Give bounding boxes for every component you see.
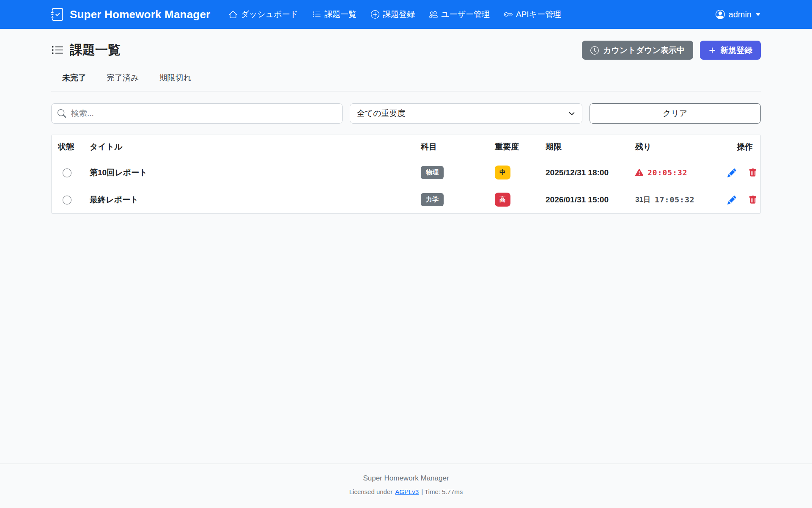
users-icon [429, 10, 438, 19]
warning-icon [635, 168, 643, 177]
importance-badge: 中 [495, 166, 510, 179]
search-icon [58, 109, 66, 118]
clock-icon [590, 46, 599, 55]
header-title: タイトル [85, 135, 416, 159]
person-circle-icon [716, 10, 725, 19]
task-table: 状態 タイトル 科目 重要度 期限 残り 操作 第10回レポート 物理 中 [51, 135, 761, 214]
subject-badge: 物理 [421, 166, 444, 179]
top-navbar: Super Homework Manager ダッシュボード 課題一覧 [0, 0, 812, 29]
list-icon [313, 10, 321, 19]
edit-icon[interactable] [727, 168, 736, 177]
caret-down-icon [755, 12, 761, 17]
edit-icon[interactable] [727, 196, 736, 204]
nav-item-label: 課題登録 [383, 9, 415, 20]
brand[interactable]: Super Homework Manager [51, 8, 210, 21]
page-title-text: 課題一覧 [70, 41, 121, 59]
header-actions: 操作 [722, 135, 760, 159]
brand-title: Super Homework Manager [70, 8, 210, 21]
nav-item-api-keys[interactable]: APIキー管理 [504, 9, 561, 20]
countdown-toggle-button[interactable]: カウントダウン表示中 [582, 41, 693, 60]
nav-item-dashboard[interactable]: ダッシュボード [229, 9, 298, 20]
delete-icon[interactable] [749, 168, 757, 177]
new-task-button[interactable]: 新規登録 [700, 41, 761, 60]
plus-icon [708, 47, 716, 54]
tab-completed[interactable]: 完了済み [107, 72, 139, 83]
footer-time: | Time: 5.77ms [421, 488, 463, 495]
nav-item-task-list[interactable]: 課題一覧 [313, 9, 357, 20]
remaining-time: 20:05:32 [647, 168, 688, 177]
delete-icon[interactable] [749, 196, 757, 204]
nav-item-user-management[interactable]: ユーザー管理 [429, 9, 490, 20]
license-link[interactable]: AGPLv3 [395, 488, 419, 495]
page-footer: Super Homework Manager Licensed under AG… [0, 464, 812, 508]
task-title: 第10回レポート [90, 168, 147, 177]
list-title-icon [51, 44, 64, 57]
header-subject: 科目 [416, 135, 490, 159]
filter-bar: 全ての重要度 クリア [51, 103, 761, 124]
table-row: 第10回レポート 物理 中 2025/12/31 18:00 [52, 159, 760, 186]
deadline-text: 2026/01/31 15:00 [546, 195, 609, 204]
subject-badge: 力学 [421, 193, 444, 206]
search-input[interactable] [51, 103, 343, 124]
home-icon [229, 10, 237, 19]
countdown-toggle-label: カウントダウン表示中 [603, 45, 685, 56]
remaining-countdown: 31日 17:05:32 [635, 195, 717, 204]
task-title: 最終レポート [90, 195, 138, 204]
page-header: 課題一覧 カウントダウン表示中 [51, 41, 761, 60]
table-header-row: 状態 タイトル 科目 重要度 期限 残り 操作 [52, 135, 760, 159]
plus-circle-icon [371, 10, 379, 19]
complete-toggle-radio[interactable] [63, 196, 71, 204]
nav-item-label: ダッシュボード [241, 9, 298, 20]
main-nav: ダッシュボード 課題一覧 課題登録 [229, 9, 561, 20]
clear-filters-button[interactable]: クリア [590, 103, 761, 124]
journal-check-logo-icon [51, 8, 64, 21]
nav-item-label: APIキー管理 [516, 9, 561, 20]
status-tabs: 未完了 完了済み 期限切れ [51, 72, 761, 91]
tab-incomplete[interactable]: 未完了 [62, 72, 86, 83]
header-deadline: 期限 [540, 135, 630, 159]
remaining-countdown: 20:05:32 [635, 168, 717, 177]
complete-toggle-radio[interactable] [63, 168, 71, 177]
header-status: 状態 [52, 135, 85, 159]
table-row: 最終レポート 力学 高 2026/01/31 15:00 [52, 186, 760, 213]
importance-select-value: 全ての重要度 [357, 108, 406, 119]
remaining-time: 17:05:32 [655, 195, 695, 204]
header-importance: 重要度 [490, 135, 540, 159]
footer-license-prefix: Licensed under [349, 488, 393, 495]
new-task-label: 新規登録 [720, 45, 752, 56]
remaining-days: 31日 [635, 195, 650, 204]
user-menu[interactable]: admin [716, 10, 761, 19]
chevron-down-icon [568, 110, 575, 117]
page-title: 課題一覧 [51, 41, 121, 59]
tab-overdue[interactable]: 期限切れ [159, 72, 191, 83]
nav-item-task-register[interactable]: 課題登録 [371, 9, 415, 20]
nav-item-label: 課題一覧 [324, 9, 357, 20]
header-remaining: 残り [630, 135, 722, 159]
user-name: admin [729, 10, 752, 19]
importance-badge: 高 [495, 193, 510, 207]
importance-select[interactable]: 全ての重要度 [350, 103, 582, 124]
key-icon [504, 10, 513, 19]
nav-item-label: ユーザー管理 [441, 9, 490, 20]
footer-brand: Super Homework Manager [0, 474, 812, 483]
deadline-text: 2025/12/31 18:00 [546, 168, 609, 177]
